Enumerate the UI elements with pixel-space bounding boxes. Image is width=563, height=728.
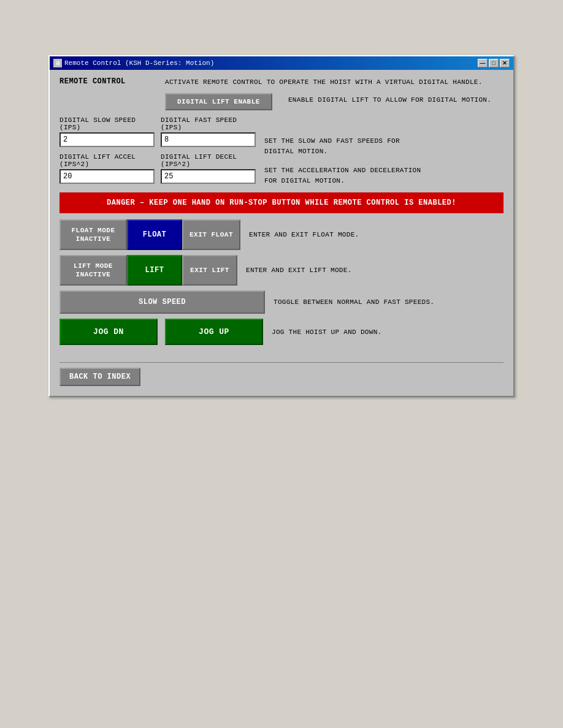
- speeds-inputs: DIGITAL SLOW SPEED (IPS) DIGITAL FAST SP…: [59, 116, 256, 186]
- remote-control-description: ACTIVATE REMOTE CONTROL TO OPERATE THE H…: [165, 78, 483, 86]
- slow-speed-row: SLOW SPEED TOGGLE BETWEEN NORMAL AND FAS…: [59, 290, 504, 314]
- controls-area: FLOAT MODE INACTIVE FLOAT EXIT FLOAT ENT…: [59, 219, 504, 345]
- maximize-button[interactable]: □: [489, 59, 499, 67]
- digital-lift-description: ENABLE DIGITAL LIFT TO ALLOW FOR DIGITAL…: [288, 93, 491, 105]
- header-section: REMOTE CONTROL ACTIVATE REMOTE CONTROL T…: [59, 77, 504, 87]
- exit-float-button[interactable]: EXIT FLOAT: [182, 219, 240, 250]
- slow-speed-wrap: DIGITAL SLOW SPEED (IPS): [59, 116, 155, 147]
- bottom-row: BACK TO INDEX: [59, 352, 504, 386]
- back-to-index-button[interactable]: BACK TO INDEX: [59, 368, 140, 386]
- divider: [59, 362, 504, 363]
- decel-input[interactable]: [161, 169, 256, 184]
- decel-wrap: DIGITAL LIFT DECEL (IPS^2): [161, 153, 256, 184]
- lift-button[interactable]: LIFT: [127, 255, 182, 286]
- application-window: 🖥 Remote Control (KSH D-Series: Motion) …: [48, 55, 515, 397]
- accel-inputs-row: DIGITAL LIFT ACCEL (IPS^2) DIGITAL LIFT …: [59, 153, 256, 184]
- speeds-description: SET THE SLOW AND FAST SPEEDS FOR DIGITAL…: [264, 137, 400, 154]
- digital-lift-enable-button[interactable]: DIGITAL LIFT ENABLE: [165, 93, 272, 110]
- app-icon: 🖥: [53, 59, 62, 67]
- slow-speed-input[interactable]: [59, 132, 155, 147]
- remote-control-label: REMOTE CONTROL: [59, 77, 158, 87]
- accel-input[interactable]: [59, 169, 155, 184]
- float-mode-indicator: FLOAT MODE INACTIVE: [59, 219, 127, 250]
- decel-label: DIGITAL LIFT DECEL (IPS^2): [161, 153, 256, 168]
- lift-mode-row: LIFT MODE INACTIVE LIFT EXIT LIFT ENTER …: [59, 255, 504, 286]
- float-button[interactable]: FLOAT: [127, 219, 182, 250]
- danger-bar: DANGER – KEEP ONE HAND ON RUN-STOP BUTTO…: [59, 192, 504, 213]
- fast-speed-input[interactable]: [161, 132, 256, 147]
- slow-speed-description: TOGGLE BETWEEN NORMAL AND FAST SPEEDS.: [274, 298, 434, 306]
- float-mode-row: FLOAT MODE INACTIVE FLOAT EXIT FLOAT ENT…: [59, 219, 504, 250]
- title-bar-left: 🖥 Remote Control (KSH D-Series: Motion): [53, 59, 214, 67]
- jog-row: JOG DN JOG UP JOG THE HOIST UP AND DOWN.: [59, 319, 504, 345]
- window-title: Remote Control (KSH D-Series: Motion): [64, 59, 214, 67]
- fast-speed-label: DIGITAL FAST SPEED (IPS): [161, 116, 256, 131]
- float-mode-description: ENTER AND EXIT FLOAT MODE.: [249, 231, 359, 238]
- slow-speed-button[interactable]: SLOW SPEED: [59, 290, 265, 314]
- digital-lift-section: DIGITAL LIFT ENABLE ENABLE DIGITAL LIFT …: [59, 93, 504, 110]
- accel-wrap: DIGITAL LIFT ACCEL (IPS^2): [59, 153, 155, 184]
- exit-lift-button[interactable]: EXIT LIFT: [182, 255, 237, 286]
- jog-dn-button[interactable]: JOG DN: [59, 319, 158, 345]
- slow-speed-label: DIGITAL SLOW SPEED (IPS): [59, 116, 155, 131]
- lift-mode-description: ENTER AND EXIT LIFT MODE.: [246, 267, 352, 274]
- fast-speed-wrap: DIGITAL FAST SPEED (IPS): [161, 116, 256, 147]
- speed-inputs-row: DIGITAL SLOW SPEED (IPS) DIGITAL FAST SP…: [59, 116, 256, 147]
- lift-mode-indicator: LIFT MODE INACTIVE: [59, 255, 127, 286]
- accel-label: DIGITAL LIFT ACCEL (IPS^2): [59, 153, 155, 168]
- speeds-description-wrap: SET THE SLOW AND FAST SPEEDS FOR DIGITAL…: [264, 116, 421, 186]
- minimize-button[interactable]: —: [478, 59, 488, 67]
- accel-description: SET THE ACCELERATION AND DECELERATION FO…: [264, 167, 421, 184]
- close-button[interactable]: ✕: [500, 59, 510, 67]
- window-content: REMOTE CONTROL ACTIVATE REMOTE CONTROL T…: [50, 70, 513, 396]
- title-bar: 🖥 Remote Control (KSH D-Series: Motion) …: [50, 56, 513, 70]
- jog-description: JOG THE HOIST UP AND DOWN.: [272, 328, 381, 336]
- speeds-section: DIGITAL SLOW SPEED (IPS) DIGITAL FAST SP…: [59, 116, 504, 186]
- jog-up-button[interactable]: JOG UP: [165, 319, 263, 345]
- title-bar-buttons: — □ ✕: [478, 59, 510, 67]
